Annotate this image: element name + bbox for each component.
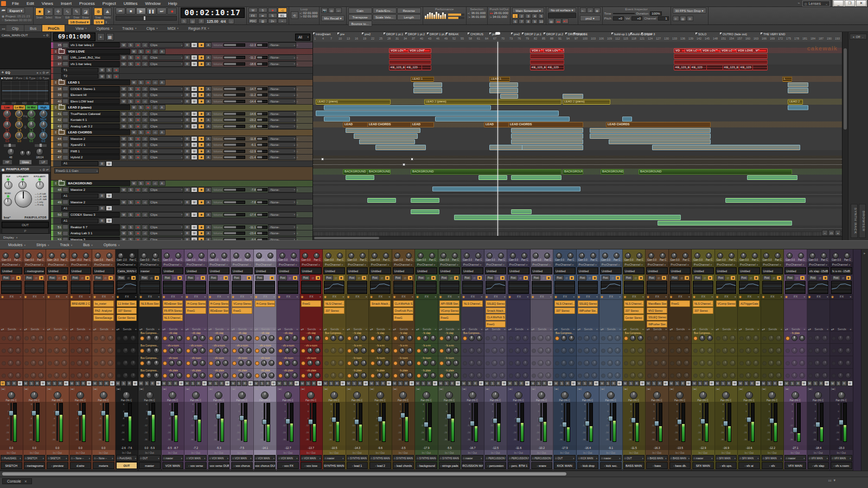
layout-icon[interactable]: ▦: [680, 16, 686, 21]
send-pan-knob[interactable]: [292, 348, 298, 354]
fx-plugin[interactable]: FreeG: [232, 307, 252, 314]
fx-bin[interactable]: ◉FX+: [0, 294, 23, 328]
send-level-knob[interactable]: [192, 373, 198, 378]
folder-archive-button[interactable]: A: [159, 105, 165, 110]
post-button[interactable]: Post: [740, 275, 748, 280]
row-grip-icon[interactable]: ≡: [297, 150, 298, 153]
archive-button[interactable]: A: [205, 155, 212, 160]
send-enable-icon[interactable]: [186, 336, 190, 341]
strip-mute-button[interactable]: M: [162, 381, 167, 386]
post-button[interactable]: Post: [624, 275, 633, 280]
post-button[interactable]: Post: [25, 275, 33, 280]
post-button[interactable]: Post: [786, 275, 794, 280]
strip-preset-name[interactable]: Untitled: [762, 267, 783, 274]
send-level-knob[interactable]: [261, 348, 267, 354]
strip-write-button[interactable]: W: [178, 381, 184, 386]
strip-solo-button[interactable]: S: [582, 381, 588, 386]
strip-solo-button[interactable]: S: [490, 381, 495, 386]
send-enable-icon[interactable]: [163, 349, 167, 353]
strip-pan-fader-knob[interactable]: [123, 391, 130, 399]
strip-read-button[interactable]: R: [219, 381, 225, 386]
pani-toggle-r-polarity[interactable]: R POLARITY: [33, 175, 46, 189]
send-level-knob[interactable]: [284, 360, 290, 366]
send-enable-icon[interactable]: [186, 361, 190, 365]
input-dropdown[interactable]: -None-: [268, 200, 296, 205]
export-button[interactable]: Export ▾: [7, 8, 25, 14]
volume-fader[interactable]: [425, 403, 427, 441]
fx-power-icon[interactable]: ◉: [601, 295, 603, 298]
menu-window[interactable]: Window: [142, 0, 164, 7]
edit-fadeenv-button[interactable]: Fade/Env...: [373, 8, 397, 14]
folder-mute-button[interactable]: M: [131, 49, 137, 54]
send-slot[interactable]: - fx slap: [369, 331, 392, 343]
prochannel-power-icon[interactable]: ◉: [592, 276, 597, 280]
rewind-button[interactable]: ⏮: [116, 8, 125, 15]
lane-name[interactable]: A1: [61, 194, 98, 198]
fx-plugin[interactable]: FreeG: [439, 314, 460, 321]
clip[interactable]: [706, 65, 724, 70]
eq-thumbnail[interactable]: [24, 281, 45, 294]
send-slot[interactable]: - fx plate: [392, 368, 415, 381]
eq-thumbnail[interactable]: [486, 281, 506, 294]
fx-add-icon[interactable]: +: [803, 295, 805, 298]
mute-button[interactable]: M: [120, 86, 127, 92]
strip-pan-fader-knob[interactable]: [30, 391, 38, 399]
fx-add-icon[interactable]: +: [181, 295, 183, 298]
send-enable-icon[interactable]: [278, 361, 283, 365]
send-enable-icon[interactable]: [786, 336, 790, 341]
send-enable-icon[interactable]: [371, 349, 375, 353]
archive-button[interactable]: A: [205, 117, 212, 123]
snap-resolution-dropdown[interactable]: 1/1 ▾: [94, 20, 104, 24]
mixer-strip-X[interactable]: Gain 0.0Pan C ProChannel ▸ Untitled Post…: [531, 249, 554, 471]
playhead-handle[interactable]: [495, 32, 500, 35]
eq-thumbnail[interactable]: [532, 281, 552, 294]
fx-add-icon[interactable]: +: [388, 295, 390, 298]
mixer-strip-W[interactable]: Gain 0.0Pan C ProChannel ▸ Untitled Post…: [507, 249, 531, 471]
strip-write-button[interactable]: W: [593, 381, 599, 386]
post-button[interactable]: Post: [163, 275, 171, 280]
clip[interactable]: [530, 54, 564, 59]
fx-plugin[interactable]: H-Comp Stereo: [255, 300, 276, 307]
prochannel-header[interactable]: ProChannel ▸: [438, 261, 461, 267]
inout-label[interactable]: In / Out: [438, 450, 461, 455]
snapshot-icon[interactable]: 📷: [321, 8, 328, 13]
send-enable-icon[interactable]: [163, 374, 167, 378]
strip-pan-knob[interactable]: [199, 253, 205, 259]
strip-preset-name[interactable]: Untitled: [554, 267, 576, 274]
inspector-track-name[interactable]: Cattis_MAIN-OUT: [2, 34, 28, 37]
send-level-knob[interactable]: [445, 348, 451, 354]
pan-slider[interactable]: [257, 112, 267, 115]
fx-bin[interactable]: ◉FX+: [46, 294, 69, 328]
strip-pan-fader-knob[interactable]: [838, 391, 845, 399]
clip[interactable]: [622, 117, 632, 122]
fx-plugin[interactable]: NLS Channel...: [324, 300, 344, 307]
fx-plugin[interactable]: 337 Stereo: [324, 307, 344, 314]
fx-plugin[interactable]: bx_meter: [93, 300, 114, 307]
mixer-strip-AB[interactable]: Gain 0.0Pan C ProChannel ▸ Untitled Post…: [623, 249, 646, 471]
strip-solo-button[interactable]: S: [283, 381, 288, 386]
send-pan-knob[interactable]: [246, 348, 252, 354]
lane-name[interactable]: A1: [61, 206, 98, 211]
clip[interactable]: [788, 88, 808, 93]
folder-echo-button[interactable]: ◁: [152, 181, 158, 186]
interleave-icon[interactable]: |◂▸|: [346, 387, 369, 391]
folder-arm-button[interactable]: ●: [145, 105, 151, 110]
input-dropdown[interactable]: -None-: [268, 61, 296, 67]
write-automation-button[interactable]: W: [191, 136, 197, 142]
pani-toggle-flip[interactable]: FLIP: [4, 175, 12, 189]
menu-edit[interactable]: Edit: [23, 0, 38, 7]
strip-track-name[interactable]: - vfx slap: [808, 462, 829, 469]
strip-solo-button[interactable]: S: [29, 381, 34, 386]
clip[interactable]: [725, 198, 806, 203]
strip-write-button[interactable]: W: [110, 381, 115, 386]
mixer-strip-Q[interactable]: Gain 0.0Pan C ProChannel ▸ Untitled Post…: [369, 249, 392, 471]
prochannel-power-icon[interactable]: ◉: [316, 276, 320, 280]
lane-row-a1[interactable]: A1RW: [51, 193, 312, 200]
send-slot[interactable]: - vfx room: [300, 356, 323, 368]
send-slot[interactable]: - vfx slap: [184, 331, 207, 343]
strip-pan-fader-knob[interactable]: [814, 391, 822, 399]
fx-power-icon[interactable]: ◉: [139, 295, 142, 298]
input-echo-button[interactable]: ◁: [142, 86, 148, 92]
fx-bin[interactable]: ◉FX+ NLS Channel...: [461, 294, 484, 328]
fx-plugin[interactable]: 337 Stereo: [693, 307, 713, 314]
